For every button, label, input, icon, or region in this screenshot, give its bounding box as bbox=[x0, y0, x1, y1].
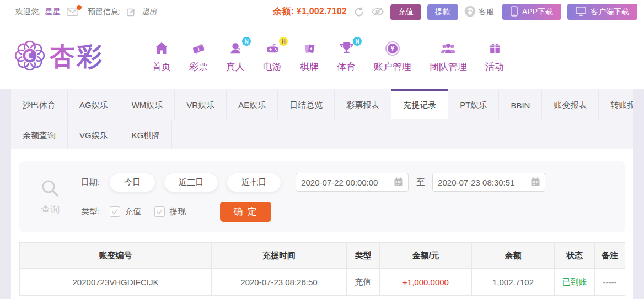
tab-ag[interactable]: AG娱乐 bbox=[68, 89, 120, 119]
yuan-coin-icon: ¥ bbox=[383, 40, 402, 57]
deposit-checkbox-label[interactable]: 充值 bbox=[125, 206, 141, 217]
tab-shaba-sports[interactable]: 沙巴体育 bbox=[11, 89, 68, 119]
type-filter-row: 类型: 充值 提现 确 定 bbox=[81, 198, 609, 225]
query-block[interactable]: 查询 bbox=[19, 169, 81, 225]
nav-item-account[interactable]: ¥ 账户管理 bbox=[374, 40, 411, 73]
nav-item-team[interactable]: 团队管理 bbox=[430, 40, 467, 73]
tab-ae[interactable]: AE娱乐 bbox=[227, 89, 278, 119]
tab-vr[interactable]: VR娱乐 bbox=[175, 89, 227, 119]
page-body: 沙巴体育 AG娱乐 WM娱乐 VR娱乐 AE娱乐 日结总览 彩票报表 充提记录 … bbox=[0, 89, 644, 299]
deposit-checkbox[interactable] bbox=[110, 206, 120, 217]
quick-range-today-button[interactable]: 今日 bbox=[110, 173, 155, 192]
customer-service-link[interactable]: 客服 bbox=[464, 6, 494, 19]
badge-n: N bbox=[353, 37, 362, 46]
welcome-text: 欢迎您, bbox=[15, 7, 41, 17]
date-label: 日期: bbox=[81, 177, 100, 188]
gamepad-icon: H bbox=[263, 40, 282, 57]
query-label: 查询 bbox=[41, 203, 60, 216]
trophy-icon: N bbox=[337, 40, 356, 57]
site-logo[interactable]: 杏彩 bbox=[14, 40, 140, 74]
filter-rows: 日期: 今日 近三日 近七日 2020-07-22 00:00:00 至 202… bbox=[81, 169, 625, 225]
col-header-time: 充提时间 bbox=[212, 243, 347, 269]
cell-remark: ----- bbox=[595, 269, 625, 296]
balance-value: ¥1,002.7102 bbox=[297, 7, 347, 16]
withdraw-checkbox-label[interactable]: 提现 bbox=[169, 206, 186, 217]
date-to-value: 2020-07-23 08:30:51 bbox=[438, 178, 514, 187]
col-header-balance: 余额 bbox=[472, 243, 555, 269]
tab-vg[interactable]: VG娱乐 bbox=[68, 119, 120, 149]
withdraw-checkbox[interactable] bbox=[154, 206, 165, 217]
quick-range-3days-button[interactable]: 近三日 bbox=[164, 173, 218, 192]
nav-item-chess[interactable]: 棋牌 bbox=[300, 40, 319, 73]
username-link[interactable]: 星星 bbox=[45, 7, 61, 17]
tabs-row-2: 余额查询 VG娱乐 KG棋牌 bbox=[11, 119, 633, 149]
date-filter-row: 日期: 今日 近三日 近七日 2020-07-22 00:00:00 至 202… bbox=[81, 169, 609, 195]
deposit-button[interactable]: 充值 bbox=[390, 4, 421, 20]
monitor-icon bbox=[576, 7, 586, 18]
nav-item-home[interactable]: 首页 bbox=[152, 40, 171, 73]
tab-account-change-report[interactable]: 账变报表 bbox=[542, 89, 599, 119]
date-to-input[interactable]: 2020-07-23 08:30:51 bbox=[432, 173, 545, 192]
nav-item-live[interactable]: N 真人 bbox=[226, 40, 245, 73]
tab-lottery-report[interactable]: 彩票报表 bbox=[335, 89, 391, 119]
refresh-icon[interactable] bbox=[353, 6, 365, 18]
nav-item-lottery[interactable]: 彩票 bbox=[189, 40, 208, 73]
customer-service-label: 客服 bbox=[479, 7, 494, 17]
live-dealer-icon: N bbox=[226, 40, 245, 57]
home-icon bbox=[152, 40, 171, 57]
nav-item-sports[interactable]: N 体育 bbox=[337, 40, 356, 73]
mail-icon[interactable] bbox=[67, 8, 78, 16]
table-row: 20200723VHGDIFCIJK 2020-07-23 08:26:50 充… bbox=[20, 269, 625, 296]
tab-deposit-withdraw-records[interactable]: 充提记录 bbox=[391, 89, 448, 119]
status-badge: 已到账 bbox=[555, 269, 595, 296]
site-header: 杏彩 首页 彩票 N 真人 H 电游 bbox=[0, 24, 644, 89]
tab-bbin[interactable]: BBIN bbox=[499, 89, 542, 119]
tab-transfer-report[interactable]: 转账报表 bbox=[599, 89, 633, 119]
app-download-button[interactable]: APP下载 bbox=[502, 4, 561, 20]
cards-icon bbox=[300, 40, 319, 57]
logout-link[interactable]: 退出 bbox=[142, 7, 157, 17]
edit-icon[interactable] bbox=[127, 8, 136, 17]
team-icon bbox=[439, 40, 458, 57]
search-icon bbox=[40, 178, 61, 202]
cell-transaction-id: 20200723VHGDIFCIJK bbox=[20, 269, 212, 296]
client-download-button[interactable]: 客户端下载 bbox=[567, 4, 637, 20]
tab-pt[interactable]: PT娱乐 bbox=[448, 89, 499, 119]
table-header-row: 账变编号 充提时间 类型 金额/元 余额 状态 备注 bbox=[20, 243, 625, 269]
date-from-value: 2020-07-22 00:00:00 bbox=[301, 178, 378, 187]
withdraw-button[interactable]: 提款 bbox=[427, 4, 458, 20]
tab-balance-query[interactable]: 余额查询 bbox=[11, 119, 68, 149]
lottery-ticket-icon bbox=[189, 40, 208, 57]
confirm-button[interactable]: 确 定 bbox=[220, 202, 271, 222]
topbar: 欢迎您, 星星 预留信息: 退出 余额: ¥1,002.7102 充值 提款 客… bbox=[0, 0, 644, 24]
type-label: 类型: bbox=[81, 206, 100, 217]
nav-item-activity[interactable]: 活动 bbox=[485, 40, 504, 73]
tab-daily-summary[interactable]: 日结总览 bbox=[278, 89, 335, 119]
client-download-label: 客户端下载 bbox=[591, 7, 629, 17]
quick-range-7days-button[interactable]: 近七日 bbox=[227, 173, 281, 192]
badge-h: H bbox=[279, 37, 288, 46]
cell-amount: +1,000.0000 bbox=[380, 269, 472, 296]
tab-kg[interactable]: KG棋牌 bbox=[120, 119, 173, 149]
cell-time: 2020-07-23 08:26:50 bbox=[212, 269, 347, 296]
phone-icon bbox=[511, 6, 518, 18]
tabs-row-1: 沙巴体育 AG娱乐 WM娱乐 VR娱乐 AE娱乐 日结总览 彩票报表 充提记录 … bbox=[11, 89, 633, 119]
nav-item-games[interactable]: H 电游 bbox=[263, 40, 282, 73]
cell-type: 充值 bbox=[347, 269, 380, 296]
filter-panel: 查询 日期: 今日 近三日 近七日 2020-07-22 00:00:00 至 bbox=[19, 161, 625, 232]
col-header-remark: 备注 bbox=[595, 243, 625, 269]
customer-service-avatar-icon bbox=[464, 6, 476, 19]
calendar-icon bbox=[531, 177, 540, 188]
col-header-amount: 金额/元 bbox=[380, 243, 472, 269]
tab-wm[interactable]: WM娱乐 bbox=[120, 89, 175, 119]
topbar-right: 余额: ¥1,002.7102 充值 提款 客服 APP下载 客户端下 bbox=[273, 4, 637, 20]
balance-label: 余额: bbox=[273, 7, 294, 16]
mail-notification-dot bbox=[77, 5, 82, 10]
filter-divider bbox=[81, 197, 609, 197]
reserved-info-label: 预留信息: bbox=[88, 7, 121, 17]
hide-balance-eye-icon[interactable] bbox=[371, 7, 384, 17]
col-header-type: 类型 bbox=[347, 243, 380, 269]
main-nav: 首页 彩票 N 真人 H 电游 棋牌 bbox=[152, 40, 504, 73]
date-from-input[interactable]: 2020-07-22 00:00:00 bbox=[296, 173, 409, 192]
gift-icon bbox=[485, 40, 504, 57]
